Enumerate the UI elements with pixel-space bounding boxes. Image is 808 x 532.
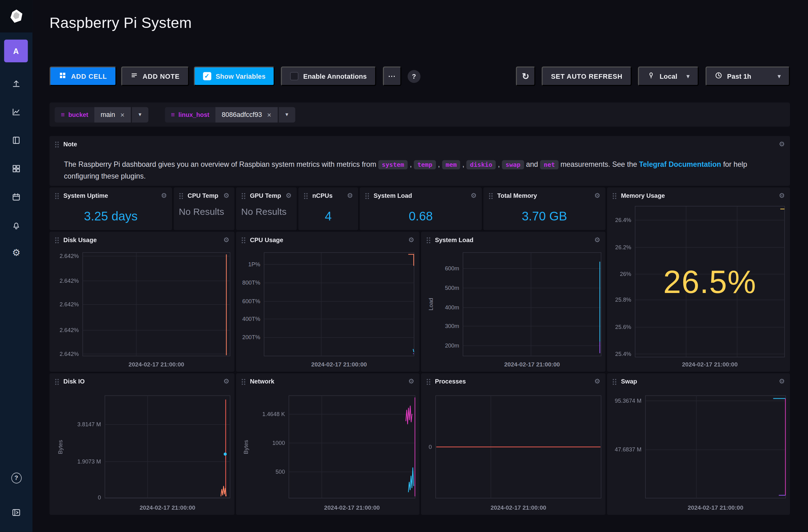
y-axis-tick: 2.642%	[59, 350, 79, 357]
drag-handle-icon[interactable]	[241, 192, 246, 200]
gear-icon[interactable]: ⚙	[223, 192, 229, 199]
single-stat-value: 0.68	[409, 209, 433, 223]
drag-handle-icon[interactable]	[55, 379, 59, 385]
gear-icon[interactable]: ⚙	[286, 192, 292, 199]
gear-icon[interactable]: ⚙	[779, 192, 785, 199]
clear-icon[interactable]: ×	[267, 111, 272, 118]
clock-icon	[715, 72, 722, 81]
show-variables-toggle[interactable]: ✓ Show Variables	[194, 66, 275, 86]
alerts-icon[interactable]	[11, 220, 21, 230]
add-cell-button[interactable]: ADD CELL	[49, 66, 116, 86]
x-axis-label: 2024-02-17 21:00:00	[105, 505, 230, 511]
drag-handle-icon[interactable]	[426, 237, 431, 244]
enable-annotations-toggle[interactable]: Enable Annotations	[281, 66, 376, 86]
drag-handle-icon[interactable]	[179, 192, 183, 200]
settings-gear-icon[interactable]: ⚙	[11, 248, 21, 258]
drag-handle-icon[interactable]	[55, 237, 59, 244]
collapse-nav-icon[interactable]	[11, 507, 21, 517]
chart-point	[224, 453, 227, 456]
more-options-button[interactable]: ···	[383, 66, 402, 86]
y-axis-tick: 2.642%	[59, 327, 79, 333]
gear-icon[interactable]: ⚙	[347, 192, 353, 199]
variable-name-chip[interactable]: ≡ linux_host	[165, 107, 216, 122]
y-axis-tick: 800T%	[242, 280, 260, 286]
cell-disk-usage: Disk Usage ⚙ 2.642%2.642%2.642%2.642%2.6…	[49, 232, 234, 372]
variable-caret-button[interactable]: ▾	[131, 107, 148, 122]
no-results-text: No Results	[241, 207, 287, 217]
gear-icon[interactable]: ⚙	[779, 378, 785, 385]
chart-plot: 3.8147 M1.9073 M0	[105, 395, 230, 498]
data-explorer-icon[interactable]	[11, 107, 21, 117]
y-axis-tick: 1P%	[248, 261, 260, 267]
cell-cpu-temp: CPU Temp ⚙ No Results	[174, 187, 235, 230]
refresh-button[interactable]: ↻	[516, 66, 536, 86]
panel-title: System Load	[373, 192, 412, 200]
gear-icon[interactable]: ⚙	[223, 236, 229, 243]
load-data-icon[interactable]	[11, 78, 21, 88]
clear-icon[interactable]: ×	[121, 111, 125, 118]
variable-value-dropdown[interactable]: 8086adfccf93 ×	[216, 107, 278, 122]
single-stat-value: 4	[325, 209, 332, 223]
pin-icon	[647, 72, 655, 81]
variable-value-dropdown[interactable]: main ×	[94, 107, 131, 122]
drag-handle-icon[interactable]	[365, 192, 370, 200]
variable-linux-host: ≡ linux_host 8086adfccf93 × ▾	[165, 107, 295, 122]
timezone-dropdown[interactable]: Local ▾	[638, 66, 699, 86]
gear-icon[interactable]: ⚙	[779, 140, 785, 147]
drag-handle-icon[interactable]	[426, 379, 431, 385]
drag-handle-icon[interactable]	[489, 192, 493, 200]
panel-title: Processes	[435, 378, 466, 385]
cell-cpu-usage: CPU Usage ⚙ 1P%800T%600T%400T%200T% 2024…	[236, 232, 420, 372]
panel-title: System Load	[435, 236, 474, 244]
y-axis-tick: 0	[98, 494, 101, 500]
notebooks-icon[interactable]	[11, 135, 21, 145]
variable-value: main	[100, 111, 115, 118]
measurement-chip: system	[378, 160, 408, 169]
cell-processes: Processes ⚙ 0 2024-02-17 21:00:00	[421, 373, 606, 515]
gear-icon[interactable]: ⚙	[594, 192, 600, 199]
toolbar-help-button[interactable]: ?	[407, 70, 420, 83]
y-axis-tick: 3.8147 M	[77, 421, 101, 428]
no-results-text: No Results	[179, 207, 224, 217]
help-icon[interactable]: ?	[11, 473, 21, 483]
note-text: The Raspberry Pi dashboard gives you an …	[64, 158, 778, 182]
x-axis-label: 2024-02-17 21:00:00	[82, 361, 231, 368]
gear-icon[interactable]: ⚙	[594, 236, 600, 243]
drag-handle-icon[interactable]	[612, 379, 617, 385]
drag-handle-icon[interactable]	[304, 192, 308, 200]
drag-handle-icon[interactable]	[55, 192, 59, 200]
y-axis-tick: 1000	[272, 440, 285, 446]
gear-icon[interactable]: ⚙	[471, 192, 477, 199]
single-stat-value: 3.70 GB	[521, 209, 567, 223]
y-axis-tick: 200m	[445, 342, 459, 348]
set-auto-refresh-button[interactable]: SET AUTO REFRESH	[542, 66, 632, 86]
chart-plot: 0	[435, 395, 601, 498]
single-stat-value: 26.5%	[635, 206, 785, 357]
chevron-down-icon: ▾	[687, 73, 690, 80]
drag-handle-icon[interactable]	[241, 237, 246, 244]
dashboards-icon[interactable]	[11, 163, 21, 173]
y-axis-tick: 2.642%	[59, 253, 79, 259]
time-range-dropdown[interactable]: Past 1h ▾	[705, 66, 790, 86]
gear-icon[interactable]: ⚙	[594, 378, 600, 385]
gear-icon[interactable]: ⚙	[161, 192, 167, 199]
gear-icon[interactable]: ⚙	[223, 378, 229, 385]
influxdb-logo[interactable]	[0, 0, 33, 33]
y-axis-tick: 25.4%	[615, 350, 631, 357]
telegraf-doc-link[interactable]: Telegraf Documentation	[639, 160, 721, 168]
add-note-button[interactable]: ADD NOTE	[121, 66, 189, 86]
panel-title: GPU Temp	[250, 192, 281, 200]
tasks-icon[interactable]	[11, 192, 21, 202]
measurement-chip: diskio	[466, 160, 496, 169]
variable-caret-button[interactable]: ▾	[277, 107, 295, 122]
drag-handle-icon[interactable]	[55, 141, 59, 148]
gear-icon[interactable]: ⚙	[408, 378, 414, 385]
drag-handle-icon[interactable]	[241, 379, 246, 385]
gear-icon[interactable]: ⚙	[408, 236, 414, 243]
panel-title: nCPUs	[312, 192, 332, 200]
org-avatar[interactable]: A	[4, 40, 27, 62]
panel-title: Disk IO	[63, 378, 85, 385]
y-axis-tick: 1.9073 M	[77, 458, 101, 464]
drag-handle-icon[interactable]	[612, 192, 617, 200]
variable-name-chip[interactable]: ≡ bucket	[55, 107, 94, 122]
